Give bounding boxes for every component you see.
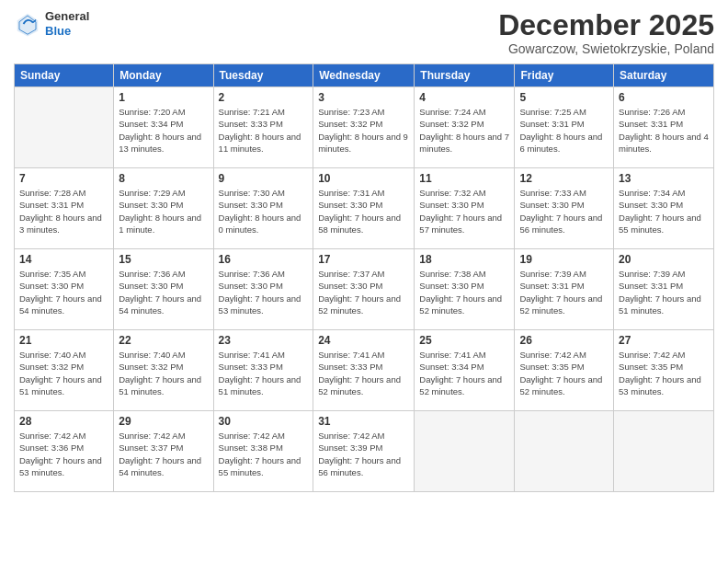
logo-blue: Blue bbox=[45, 24, 89, 39]
day-cell: 25Sunrise: 7:41 AM Sunset: 3:34 PM Dayli… bbox=[415, 330, 515, 411]
day-cell: 18Sunrise: 7:38 AM Sunset: 3:30 PM Dayli… bbox=[415, 249, 515, 330]
col-monday: Monday bbox=[114, 64, 213, 87]
day-cell: 29Sunrise: 7:42 AM Sunset: 3:37 PM Dayli… bbox=[114, 411, 213, 492]
day-number: 30 bbox=[219, 415, 309, 428]
col-sunday: Sunday bbox=[15, 64, 114, 87]
day-info: Sunrise: 7:33 AM Sunset: 3:30 PM Dayligh… bbox=[519, 187, 609, 236]
day-info: Sunrise: 7:38 AM Sunset: 3:30 PM Dayligh… bbox=[419, 268, 509, 316]
day-info: Sunrise: 7:26 AM Sunset: 3:31 PM Dayligh… bbox=[619, 106, 709, 155]
day-info: Sunrise: 7:40 AM Sunset: 3:32 PM Dayligh… bbox=[19, 349, 108, 397]
col-friday: Friday bbox=[515, 64, 614, 87]
calendar: Sunday Monday Tuesday Wednesday Thursday… bbox=[14, 63, 714, 492]
day-info: Sunrise: 7:39 AM Sunset: 3:31 PM Dayligh… bbox=[519, 268, 609, 316]
day-cell: 13Sunrise: 7:34 AM Sunset: 3:30 PM Dayli… bbox=[614, 168, 714, 249]
day-cell: 5Sunrise: 7:25 AM Sunset: 3:31 PM Daylig… bbox=[515, 87, 614, 168]
col-wednesday: Wednesday bbox=[313, 64, 415, 87]
logo-icon bbox=[14, 10, 41, 38]
day-number: 25 bbox=[419, 334, 509, 347]
day-number: 11 bbox=[419, 172, 509, 185]
day-number: 21 bbox=[19, 334, 108, 347]
week-row-1: 7Sunrise: 7:28 AM Sunset: 3:31 PM Daylig… bbox=[15, 168, 714, 249]
logo: General Blue bbox=[14, 9, 89, 38]
day-number: 1 bbox=[119, 91, 208, 104]
day-number: 17 bbox=[318, 253, 409, 266]
day-cell: 23Sunrise: 7:41 AM Sunset: 3:33 PM Dayli… bbox=[213, 330, 313, 411]
day-cell: 1Sunrise: 7:20 AM Sunset: 3:34 PM Daylig… bbox=[114, 87, 213, 168]
week-row-2: 14Sunrise: 7:35 AM Sunset: 3:30 PM Dayli… bbox=[15, 249, 714, 330]
day-cell: 20Sunrise: 7:39 AM Sunset: 3:31 PM Dayli… bbox=[614, 249, 714, 330]
day-number: 7 bbox=[19, 172, 108, 185]
day-cell: 6Sunrise: 7:26 AM Sunset: 3:31 PM Daylig… bbox=[614, 87, 714, 168]
day-info: Sunrise: 7:41 AM Sunset: 3:33 PM Dayligh… bbox=[219, 349, 309, 397]
day-info: Sunrise: 7:40 AM Sunset: 3:32 PM Dayligh… bbox=[119, 349, 208, 397]
day-info: Sunrise: 7:41 AM Sunset: 3:34 PM Dayligh… bbox=[419, 349, 509, 397]
day-number: 10 bbox=[318, 172, 409, 185]
col-thursday: Thursday bbox=[415, 64, 515, 87]
day-number: 16 bbox=[219, 253, 309, 266]
day-cell: 8Sunrise: 7:29 AM Sunset: 3:30 PM Daylig… bbox=[114, 168, 213, 249]
day-cell bbox=[515, 411, 614, 492]
day-info: Sunrise: 7:37 AM Sunset: 3:30 PM Dayligh… bbox=[318, 268, 409, 316]
month-title: December 2025 bbox=[498, 9, 714, 41]
day-number: 14 bbox=[19, 253, 108, 266]
day-cell: 2Sunrise: 7:21 AM Sunset: 3:33 PM Daylig… bbox=[213, 87, 313, 168]
day-info: Sunrise: 7:42 AM Sunset: 3:37 PM Dayligh… bbox=[119, 430, 208, 478]
day-number: 9 bbox=[219, 172, 309, 185]
day-number: 27 bbox=[619, 334, 709, 347]
day-cell: 17Sunrise: 7:37 AM Sunset: 3:30 PM Dayli… bbox=[313, 249, 415, 330]
day-number: 23 bbox=[219, 334, 309, 347]
day-number: 18 bbox=[419, 253, 509, 266]
day-number: 4 bbox=[419, 91, 509, 104]
day-number: 5 bbox=[519, 91, 609, 104]
day-cell: 31Sunrise: 7:42 AM Sunset: 3:39 PM Dayli… bbox=[313, 411, 415, 492]
day-number: 20 bbox=[619, 253, 709, 266]
day-cell: 21Sunrise: 7:40 AM Sunset: 3:32 PM Dayli… bbox=[15, 330, 114, 411]
day-number: 24 bbox=[318, 334, 409, 347]
day-number: 13 bbox=[619, 172, 709, 185]
day-cell: 27Sunrise: 7:42 AM Sunset: 3:35 PM Dayli… bbox=[614, 330, 714, 411]
day-info: Sunrise: 7:41 AM Sunset: 3:33 PM Dayligh… bbox=[318, 349, 409, 397]
day-info: Sunrise: 7:32 AM Sunset: 3:30 PM Dayligh… bbox=[419, 187, 509, 236]
day-number: 15 bbox=[119, 253, 208, 266]
day-info: Sunrise: 7:42 AM Sunset: 3:35 PM Dayligh… bbox=[519, 349, 609, 397]
week-row-0: 1Sunrise: 7:20 AM Sunset: 3:34 PM Daylig… bbox=[15, 87, 714, 168]
day-cell: 24Sunrise: 7:41 AM Sunset: 3:33 PM Dayli… bbox=[313, 330, 415, 411]
day-cell: 22Sunrise: 7:40 AM Sunset: 3:32 PM Dayli… bbox=[114, 330, 213, 411]
header: General Blue December 2025 Gowarczow, Sw… bbox=[14, 9, 714, 56]
day-number: 2 bbox=[219, 91, 309, 104]
day-cell: 10Sunrise: 7:31 AM Sunset: 3:30 PM Dayli… bbox=[313, 168, 415, 249]
day-cell: 11Sunrise: 7:32 AM Sunset: 3:30 PM Dayli… bbox=[415, 168, 515, 249]
day-cell: 15Sunrise: 7:36 AM Sunset: 3:30 PM Dayli… bbox=[114, 249, 213, 330]
logo-text: General Blue bbox=[45, 9, 89, 38]
day-info: Sunrise: 7:30 AM Sunset: 3:30 PM Dayligh… bbox=[219, 187, 309, 236]
day-info: Sunrise: 7:39 AM Sunset: 3:31 PM Dayligh… bbox=[619, 268, 709, 316]
day-cell: 16Sunrise: 7:36 AM Sunset: 3:30 PM Dayli… bbox=[213, 249, 313, 330]
day-info: Sunrise: 7:42 AM Sunset: 3:35 PM Dayligh… bbox=[619, 349, 709, 397]
week-row-4: 28Sunrise: 7:42 AM Sunset: 3:36 PM Dayli… bbox=[15, 411, 714, 492]
day-number: 3 bbox=[318, 91, 409, 104]
day-info: Sunrise: 7:36 AM Sunset: 3:30 PM Dayligh… bbox=[119, 268, 208, 316]
day-info: Sunrise: 7:24 AM Sunset: 3:32 PM Dayligh… bbox=[419, 106, 509, 155]
header-row: Sunday Monday Tuesday Wednesday Thursday… bbox=[15, 64, 714, 87]
day-cell: 9Sunrise: 7:30 AM Sunset: 3:30 PM Daylig… bbox=[213, 168, 313, 249]
day-cell: 4Sunrise: 7:24 AM Sunset: 3:32 PM Daylig… bbox=[415, 87, 515, 168]
day-cell: 26Sunrise: 7:42 AM Sunset: 3:35 PM Dayli… bbox=[515, 330, 614, 411]
day-number: 8 bbox=[119, 172, 208, 185]
day-info: Sunrise: 7:34 AM Sunset: 3:30 PM Dayligh… bbox=[619, 187, 709, 236]
day-number: 26 bbox=[519, 334, 609, 347]
day-cell: 12Sunrise: 7:33 AM Sunset: 3:30 PM Dayli… bbox=[515, 168, 614, 249]
day-cell: 3Sunrise: 7:23 AM Sunset: 3:32 PM Daylig… bbox=[313, 87, 415, 168]
page: General Blue December 2025 Gowarczow, Sw… bbox=[0, 0, 728, 563]
day-cell: 19Sunrise: 7:39 AM Sunset: 3:31 PM Dayli… bbox=[515, 249, 614, 330]
col-saturday: Saturday bbox=[614, 64, 714, 87]
week-row-3: 21Sunrise: 7:40 AM Sunset: 3:32 PM Dayli… bbox=[15, 330, 714, 411]
day-info: Sunrise: 7:42 AM Sunset: 3:38 PM Dayligh… bbox=[219, 430, 309, 478]
day-cell: 28Sunrise: 7:42 AM Sunset: 3:36 PM Dayli… bbox=[15, 411, 114, 492]
day-info: Sunrise: 7:20 AM Sunset: 3:34 PM Dayligh… bbox=[119, 106, 208, 155]
day-info: Sunrise: 7:42 AM Sunset: 3:39 PM Dayligh… bbox=[318, 430, 409, 478]
svg-marker-0 bbox=[17, 13, 39, 36]
day-info: Sunrise: 7:25 AM Sunset: 3:31 PM Dayligh… bbox=[519, 106, 609, 155]
day-info: Sunrise: 7:29 AM Sunset: 3:30 PM Dayligh… bbox=[119, 187, 208, 236]
title-section: December 2025 Gowarczow, Swietokrzyskie,… bbox=[498, 9, 714, 56]
day-info: Sunrise: 7:21 AM Sunset: 3:33 PM Dayligh… bbox=[219, 106, 309, 155]
